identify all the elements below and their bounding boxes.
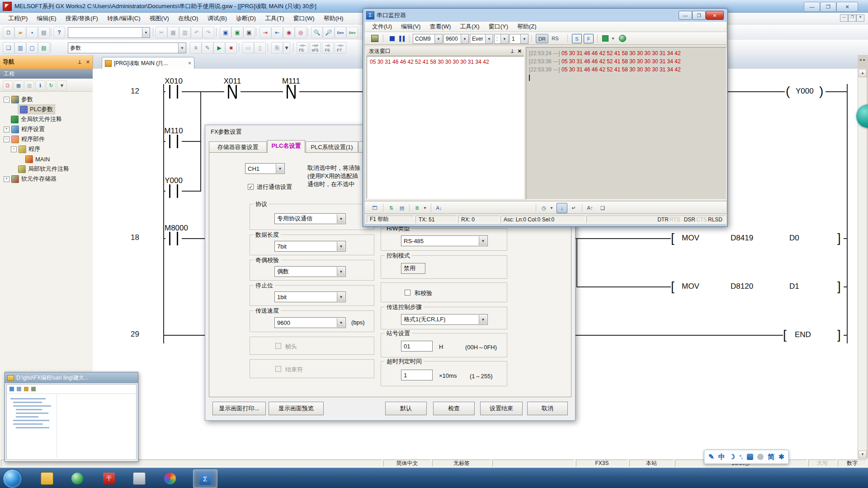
tab-plc-name[interactable]: PLC名设置 bbox=[267, 140, 305, 153]
scroll-up-icon[interactable]: ▲ bbox=[859, 69, 867, 77]
data-bits-combo[interactable]: :▼ bbox=[494, 34, 509, 44]
tab-plc-system-1[interactable]: PLC系统设置(1) bbox=[306, 141, 358, 152]
menu-project[interactable]: 工程(P) bbox=[4, 13, 32, 24]
stop-bit-combo[interactable]: 1bit▼ bbox=[274, 291, 346, 302]
taskbar-notepad-button[interactable] bbox=[127, 469, 151, 487]
parity-combo[interactable]: Ever▼ bbox=[470, 34, 493, 44]
chevron-down-icon[interactable]: ▼ bbox=[479, 236, 487, 245]
start-button[interactable] bbox=[3, 469, 22, 488]
contact-y000[interactable] bbox=[165, 183, 182, 199]
chevron-down-icon[interactable]: ▼ bbox=[178, 43, 186, 53]
hw-type-combo[interactable]: RS-485▼ bbox=[401, 235, 488, 246]
document-tab-main[interactable]: [PRG]读取 MAIN (只... × bbox=[102, 57, 194, 69]
serial-menu-window[interactable]: 窗口(Y) bbox=[484, 21, 513, 32]
tab-scroll-left-icon[interactable]: ◄ bbox=[859, 58, 862, 63]
stop-bits-combo[interactable]: 1▼ bbox=[509, 34, 528, 44]
tree-item-program-setting[interactable]: + 程序设置 bbox=[4, 125, 45, 134]
chevron-down-icon[interactable]: ▼ bbox=[337, 267, 345, 276]
menu-view[interactable]: 视图(V) bbox=[145, 13, 174, 24]
chevron-down-icon[interactable]: ▼ bbox=[337, 214, 345, 223]
serial-menu-view[interactable]: 查看(W) bbox=[425, 21, 455, 32]
monitor-start-icon[interactable]: ▶ bbox=[213, 42, 225, 54]
ime-simplified-icon[interactable]: 简 bbox=[768, 453, 774, 461]
new-item-icon[interactable]: 🗋 bbox=[3, 80, 13, 90]
instruction-operand[interactable]: D1 bbox=[788, 282, 800, 291]
ime-keyboard-icon[interactable] bbox=[747, 454, 753, 460]
scroll-down-icon[interactable]: ▼ bbox=[859, 450, 867, 459]
taskbar-app-red-button[interactable]: 干 bbox=[97, 469, 121, 487]
send-s-button[interactable]: S bbox=[572, 34, 582, 43]
chevron-down-icon[interactable]: ▼ bbox=[423, 203, 427, 212]
stop-icon[interactable] bbox=[387, 34, 396, 43]
note-icon[interactable]: ✎ bbox=[202, 42, 213, 54]
serial-menu-tools[interactable]: 工具(X) bbox=[455, 21, 484, 32]
filter-icon[interactable]: ▼ bbox=[57, 80, 67, 90]
data-length-combo[interactable]: 7bit▼ bbox=[274, 241, 346, 252]
chevron-down-icon[interactable]: ▼ bbox=[434, 34, 442, 43]
tree-item-global-comment[interactable]: 全局软元件注释 bbox=[11, 115, 62, 124]
cancel-button[interactable]: 取消 bbox=[527, 402, 568, 415]
channel-combo[interactable]: CH1▼ bbox=[245, 163, 285, 174]
save-icon[interactable] bbox=[370, 34, 379, 43]
minimize-button[interactable]: — bbox=[804, 2, 820, 12]
child-close-icon[interactable]: ✕ bbox=[856, 14, 864, 22]
menu-find-replace[interactable]: 搜索/替换(F) bbox=[61, 13, 103, 24]
taskbar-serial-monitor-button[interactable]: Σ bbox=[193, 469, 217, 488]
maximize-icon[interactable]: ❐ bbox=[692, 11, 706, 20]
menu-tools[interactable]: 工具(T) bbox=[260, 13, 289, 24]
ladder-edit-icon[interactable]: ▭ bbox=[242, 42, 254, 54]
send-f-button[interactable]: F bbox=[584, 34, 594, 43]
instruction-operand[interactable]: D8419 bbox=[730, 234, 754, 243]
chevron-down-icon[interactable]: ▼ bbox=[549, 203, 554, 212]
ladder-read-icon[interactable]: ▯ bbox=[254, 42, 266, 54]
taskbar-explorer-button[interactable] bbox=[35, 469, 59, 487]
instruction-operand[interactable]: D0 bbox=[788, 234, 800, 243]
send-pane-content[interactable]: 05 30 31 46 46 42 52 41 58 30 30 30 30 3… bbox=[367, 56, 524, 199]
copy-item-icon[interactable]: ▦ bbox=[14, 80, 24, 90]
taskbar-gx-works2-button[interactable] bbox=[158, 469, 182, 487]
sort-az-down-icon[interactable]: A↓ bbox=[434, 203, 443, 212]
sum-check-checkbox[interactable] bbox=[405, 290, 410, 296]
instruction-op[interactable]: MOV bbox=[681, 282, 700, 291]
chevron-down-icon[interactable]: ▼ bbox=[337, 242, 345, 251]
chevron-down-icon[interactable]: ▼ bbox=[520, 34, 528, 43]
paste-item-icon[interactable]: ▥ bbox=[24, 80, 34, 90]
instruction-operand[interactable]: D8120 bbox=[730, 282, 754, 291]
paste-icon[interactable]: ▥ bbox=[179, 27, 191, 38]
menu-debug[interactable]: 调试(B) bbox=[203, 13, 231, 24]
window-tile-icon[interactable]: ▥ bbox=[14, 42, 26, 54]
parity-combo[interactable]: 偶数▼ bbox=[274, 266, 346, 277]
baud-combo[interactable]: 9600▼ bbox=[443, 34, 469, 44]
save-icon[interactable]: ▪ bbox=[26, 27, 38, 38]
tree-item-main[interactable]: MAIN bbox=[25, 155, 50, 164]
help-icon[interactable]: ? bbox=[53, 27, 65, 38]
close-icon[interactable]: ✕ bbox=[518, 48, 522, 54]
chevron-down-icon[interactable]: ▼ bbox=[337, 292, 345, 301]
zoom-icon[interactable]: ▢ bbox=[26, 42, 38, 54]
paste-special-icon[interactable]: ⎘ bbox=[271, 42, 283, 54]
properties-icon[interactable]: 🗔 bbox=[370, 203, 379, 212]
ladder-contact-f7-icon[interactable]: ⊣⊢F7 bbox=[335, 42, 346, 54]
chevron-down-icon[interactable]: ▼ bbox=[479, 315, 487, 324]
log-file-icon[interactable]: 🗎 bbox=[413, 203, 422, 212]
redo-icon[interactable]: ↷ bbox=[203, 27, 214, 38]
ime-halfwidth-icon[interactable]: ☽ bbox=[729, 453, 735, 461]
new-icon[interactable]: 🗋 bbox=[3, 27, 14, 38]
chevron-down-icon[interactable]: ▼ bbox=[142, 28, 150, 38]
finish-setting-button[interactable]: 设置结束 bbox=[480, 402, 523, 415]
instruction-op[interactable]: MOV bbox=[681, 234, 700, 243]
timeout-input[interactable]: 1 bbox=[401, 370, 433, 380]
menu-compile[interactable]: 转换/编译(C) bbox=[103, 13, 145, 24]
menu-help[interactable]: 帮助(H) bbox=[319, 13, 348, 24]
find-instruction-icon[interactable]: 🔎 bbox=[323, 27, 335, 38]
serial-menu-file[interactable]: 文件(U) bbox=[368, 21, 396, 32]
communication-setting-checkbox[interactable]: ✓ bbox=[248, 184, 254, 190]
device-monitor-icon[interactable]: ▣ bbox=[220, 27, 231, 38]
tree-item-local-comment[interactable]: 局部软元件注释 bbox=[18, 164, 69, 174]
chevron-down-icon[interactable]: ▼ bbox=[283, 42, 290, 54]
expand-icon[interactable]: + bbox=[4, 176, 9, 182]
contact-m111-nc[interactable] bbox=[283, 84, 299, 99]
ime-settings-gear-icon[interactable]: ✱ bbox=[778, 453, 784, 461]
comment-display-icon[interactable]: ▤ bbox=[38, 42, 50, 54]
protocol-combo[interactable]: 专用协议通信▼ bbox=[274, 213, 346, 224]
